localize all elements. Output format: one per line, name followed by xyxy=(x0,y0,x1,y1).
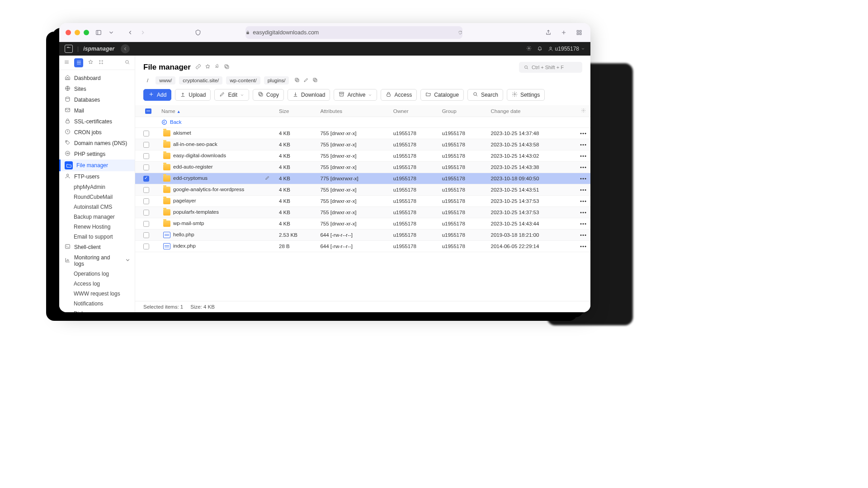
select-all-icon[interactable] xyxy=(145,108,151,114)
sidebar-item-php[interactable]: PHP settings xyxy=(59,149,135,160)
back-row[interactable]: Back xyxy=(135,117,590,128)
row-checkbox[interactable] xyxy=(143,142,149,148)
col-owner[interactable]: Owner xyxy=(390,105,439,117)
star-icon[interactable] xyxy=(205,63,211,71)
sidebar-item-backup[interactable]: Backup manager xyxy=(59,212,135,222)
breadcrumb-segment[interactable]: www/ xyxy=(156,76,175,84)
sidebar-item-notif[interactable]: Notifications xyxy=(59,299,135,309)
nav-forward-icon[interactable] xyxy=(138,28,148,38)
row-menu-icon[interactable]: ••• xyxy=(576,139,590,150)
sidebar-item-support[interactable]: Email to support xyxy=(59,232,135,242)
row-checkbox[interactable] xyxy=(143,153,149,159)
sidebar-item-mail[interactable]: Mail xyxy=(59,105,135,116)
sidebar-item-accesslog[interactable]: Access log xyxy=(59,279,135,289)
row-checkbox[interactable] xyxy=(143,232,149,238)
nav-back-icon[interactable] xyxy=(125,28,135,38)
copy-icon[interactable] xyxy=(224,63,230,71)
table-row[interactable]: google-analytics-for-wordpress 4 KB755 [… xyxy=(135,184,590,196)
address-bar[interactable]: easydigitaldownloads.com xyxy=(245,26,462,39)
col-name[interactable]: Name▲ xyxy=(158,105,275,117)
close-icon[interactable] xyxy=(66,30,71,35)
col-change-date[interactable]: Change date xyxy=(487,105,576,117)
sidebar-item-oplog[interactable]: Operations log xyxy=(59,269,135,279)
row-checkbox[interactable] xyxy=(143,210,149,216)
sidebar-item-phpmyadmin[interactable]: phpMyAdmin xyxy=(59,182,135,192)
link-icon[interactable] xyxy=(195,63,201,71)
archive-button[interactable]: Archive xyxy=(334,89,377,101)
col-settings[interactable] xyxy=(576,105,590,117)
breadcrumb-segment[interactable]: plugins/ xyxy=(264,76,289,84)
breadcrumb-segment[interactable]: / xyxy=(143,76,152,84)
sidebar-item-wwwlog[interactable]: WWW request logs xyxy=(59,289,135,299)
star-icon[interactable] xyxy=(88,59,94,66)
search-hint[interactable]: Ctrl + Shift + F xyxy=(519,62,582,73)
row-menu-icon[interactable]: ••• xyxy=(576,173,590,184)
row-menu-icon[interactable]: ••• xyxy=(576,128,590,139)
sidebar-item-roundcube[interactable]: RoundCubeMail xyxy=(59,192,135,202)
catalogue-button[interactable]: Catalogue xyxy=(420,89,464,101)
gear-icon[interactable] xyxy=(526,46,532,52)
row-menu-icon[interactable]: ••• xyxy=(576,184,590,196)
shield-icon[interactable] xyxy=(193,28,203,38)
row-menu-icon[interactable]: ••• xyxy=(576,162,590,173)
row-menu-icon[interactable]: ••• xyxy=(576,207,590,218)
table-row[interactable]: popularfx-templates 4 KB755 [drwxr-xr-x]… xyxy=(135,207,590,218)
sidebar-item-ftp[interactable]: FTP-users xyxy=(59,171,135,182)
copy-path-icon[interactable] xyxy=(294,77,300,84)
sidebar-item-disk[interactable]: Disk usage xyxy=(59,309,135,312)
row-checkbox[interactable] xyxy=(143,164,149,170)
table-row[interactable]: hello.php 2.53 KB644 [-rw-r--r--]u195517… xyxy=(135,230,590,241)
edit-path-icon[interactable] xyxy=(303,77,309,84)
search-icon[interactable] xyxy=(124,59,130,66)
col-checkbox[interactable] xyxy=(135,105,158,117)
sidebar-item-autoinstall[interactable]: Autoinstall CMS xyxy=(59,202,135,212)
sidebar-item-ssl[interactable]: SSL-certificates xyxy=(59,116,135,127)
sidebar-item-cron[interactable]: CRON jobs xyxy=(59,127,135,138)
col-attributes[interactable]: Attributes xyxy=(316,105,389,117)
access-button[interactable]: Access xyxy=(381,89,417,101)
duplicate-path-icon[interactable] xyxy=(312,77,318,84)
tabs-overview-icon[interactable] xyxy=(574,28,584,38)
row-menu-icon[interactable]: ••• xyxy=(576,196,590,207)
row-menu-icon[interactable]: ••• xyxy=(576,150,590,162)
chevron-down-icon[interactable] xyxy=(106,28,116,38)
table-row[interactable]: edd-cryptomus 4 KB775 [drwxrwxr-x]u19551… xyxy=(135,173,590,184)
table-row[interactable]: index.php 28 B644 [-rw-r--r--]u1955178u1… xyxy=(135,241,590,252)
pin-icon[interactable] xyxy=(214,63,220,71)
add-button[interactable]: Add xyxy=(143,89,171,101)
user-menu[interactable]: u1955178 xyxy=(548,46,585,52)
list-view-icon[interactable] xyxy=(74,58,83,67)
sidebar-item-fm[interactable]: File manager xyxy=(59,160,135,171)
row-checkbox[interactable] xyxy=(143,221,149,227)
sidebar-item-sites[interactable]: Sites xyxy=(59,84,135,94)
row-checkbox[interactable] xyxy=(143,131,149,136)
settings-button[interactable]: Settings xyxy=(507,89,545,101)
bell-icon[interactable] xyxy=(537,46,542,52)
download-button[interactable]: Download xyxy=(288,89,330,101)
minimize-icon[interactable] xyxy=(75,30,80,35)
upload-button[interactable]: Upload xyxy=(175,89,211,101)
table-row[interactable]: all-in-one-seo-pack 4 KB755 [drwxr-xr-x]… xyxy=(135,139,590,150)
row-checkbox[interactable] xyxy=(143,187,149,193)
sidebar-item-monitor[interactable]: Monitoring and logs xyxy=(59,253,135,269)
row-menu-icon[interactable]: ••• xyxy=(576,241,590,252)
row-checkbox[interactable] xyxy=(143,244,149,249)
row-menu-icon[interactable]: ••• xyxy=(576,218,590,230)
row-checkbox[interactable] xyxy=(143,198,149,204)
window-controls[interactable] xyxy=(66,30,89,35)
table-row[interactable]: easy-digital-downloads 4 KB755 [drwxr-xr… xyxy=(135,150,590,162)
copy-button[interactable]: Copy xyxy=(253,89,284,101)
share-icon[interactable] xyxy=(543,28,553,38)
sidebar-item-dashboard[interactable]: Dashboard xyxy=(59,73,135,84)
add-tab-icon[interactable] xyxy=(559,28,569,38)
header-back-icon[interactable] xyxy=(121,44,130,53)
sidebar-item-databases[interactable]: Databases xyxy=(59,94,135,105)
sidebar-toggle-icon[interactable] xyxy=(94,28,104,38)
col-group[interactable]: Group xyxy=(439,105,487,117)
table-row[interactable]: wp-mail-smtp 4 KB755 [drwxr-xr-x]u195517… xyxy=(135,218,590,230)
sidebar-item-renew[interactable]: Renew Hosting xyxy=(59,222,135,232)
edit-button[interactable]: Edit xyxy=(214,89,249,101)
search-button[interactable]: Search xyxy=(467,89,503,101)
row-menu-icon[interactable]: ••• xyxy=(576,230,590,241)
apps-icon[interactable] xyxy=(98,59,104,66)
